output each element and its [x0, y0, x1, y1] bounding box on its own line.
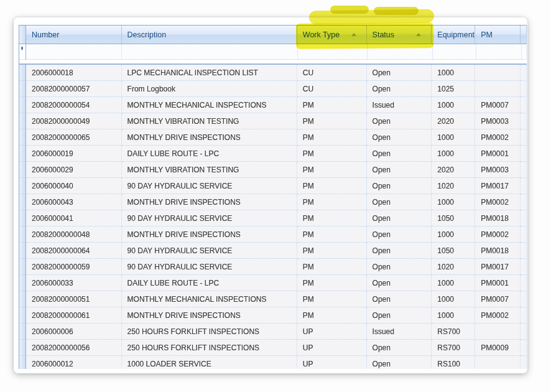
table-row[interactable]: 2006000043 MONTHLY DRIVE INSPECTIONS PM …	[19, 194, 527, 210]
table-row[interactable]: 2006000040 90 DAY HYDRAULIC SERVICE PM O…	[19, 178, 527, 194]
cell-work-type[interactable]: PM	[297, 113, 367, 129]
row-indicator[interactable]	[19, 162, 26, 178]
cell-work-type[interactable]: PM	[297, 210, 367, 226]
cell-status[interactable]: Open	[367, 356, 432, 369]
cell-description[interactable]: 90 DAY HYDRAULIC SERVICE	[122, 178, 297, 194]
row-indicator[interactable]	[19, 243, 26, 259]
cell-clipped[interactable]	[521, 243, 527, 259]
cell-work-type[interactable]: UP	[297, 356, 367, 369]
cell-clipped[interactable]	[521, 81, 527, 97]
column-header-work-type[interactable]: Work Type	[297, 26, 367, 44]
cell-pm[interactable]: PM0001	[475, 146, 521, 162]
cell-pm[interactable]: PM0003	[475, 162, 521, 178]
cell-description[interactable]: 1000 LOADER SERVICE	[122, 356, 297, 369]
cell-clipped[interactable]	[521, 129, 527, 146]
cell-equipment[interactable]: 1050	[432, 243, 475, 259]
row-indicator[interactable]	[19, 356, 26, 369]
cell-number[interactable]: 20082000000049	[26, 113, 122, 129]
cell-description[interactable]: From Logbook	[122, 81, 297, 97]
cell-number[interactable]: 20082000000064	[26, 243, 122, 259]
cell-status[interactable]: Open	[367, 210, 432, 226]
cell-status[interactable]: Open	[367, 340, 432, 356]
cell-work-type[interactable]: PM	[297, 307, 367, 324]
cell-description[interactable]: 250 HOURS FORKLIFT INSPECTIONS	[122, 324, 297, 340]
cell-number[interactable]: 20082000000054	[26, 97, 122, 113]
table-row[interactable]: 2006000018 LPC MECHANICAL INSPECTION LIS…	[19, 65, 527, 81]
cell-equipment[interactable]: RS700	[432, 340, 475, 356]
cell-status[interactable]: Open	[367, 178, 432, 194]
cell-clipped[interactable]	[521, 356, 527, 369]
cell-work-type[interactable]: CU	[297, 65, 367, 81]
cell-number[interactable]: 20082000000056	[26, 340, 122, 356]
column-header-clipped[interactable]: L	[521, 26, 527, 44]
filter-cell-clipped[interactable]	[522, 44, 527, 60]
table-row[interactable]: 20082000000056 250 HOURS FORKLIFT INSPEC…	[19, 340, 527, 356]
cell-work-type[interactable]: UP	[297, 340, 367, 356]
cell-clipped[interactable]	[521, 324, 527, 340]
table-row[interactable]: 20082000000057 From Logbook CU Open 1025	[19, 81, 527, 97]
row-indicator[interactable]	[19, 307, 26, 324]
table-row[interactable]: 2006000033 DAILY LUBE ROUTE - LPC PM Ope…	[19, 275, 527, 291]
cell-equipment[interactable]: 1000	[432, 194, 475, 210]
cell-equipment[interactable]: 1000	[432, 129, 475, 146]
cell-pm[interactable]: PM0002	[475, 194, 521, 210]
cell-clipped[interactable]	[521, 194, 527, 210]
cell-number[interactable]: 20082000000057	[26, 81, 122, 97]
cell-status[interactable]: Issued	[367, 97, 432, 113]
cell-equipment[interactable]: 1000	[432, 307, 475, 324]
cell-work-type[interactable]: UP	[297, 324, 367, 340]
cell-work-type[interactable]: PM	[297, 243, 367, 259]
cell-description[interactable]: LPC MECHANICAL INSPECTION LIST	[122, 65, 297, 81]
cell-status[interactable]: Open	[367, 275, 432, 291]
cell-number[interactable]: 2006000012	[26, 356, 122, 369]
filter-cell-description[interactable]	[122, 44, 298, 60]
cell-clipped[interactable]	[521, 146, 527, 162]
cell-status[interactable]: Open	[367, 146, 432, 162]
cell-clipped[interactable]	[521, 226, 527, 243]
cell-clipped[interactable]	[521, 65, 527, 81]
cell-status[interactable]: Open	[367, 162, 432, 178]
cell-pm[interactable]	[475, 324, 521, 340]
cell-equipment[interactable]: 1000	[432, 226, 475, 243]
cell-description[interactable]: MONTHLY DRIVE INSPECTIONS	[122, 194, 297, 210]
table-row[interactable]: 20082000000048 MONTHLY DRIVE INSPECTIONS…	[19, 226, 527, 243]
cell-pm[interactable]: PM0003	[475, 113, 521, 129]
table-row[interactable]: 2006000006 250 HOURS FORKLIFT INSPECTION…	[19, 324, 527, 340]
cell-equipment[interactable]: 1000	[432, 97, 475, 113]
table-row[interactable]: 20082000000065 MONTHLY DRIVE INSPECTIONS…	[19, 129, 527, 146]
cell-status[interactable]: Open	[367, 243, 432, 259]
cell-pm[interactable]: PM0018	[475, 243, 521, 259]
cell-pm[interactable]: PM0018	[475, 210, 521, 226]
cell-work-type[interactable]: PM	[297, 275, 367, 291]
row-indicator[interactable]	[19, 194, 26, 210]
table-row[interactable]: 20082000000059 90 DAY HYDRAULIC SERVICE …	[19, 259, 527, 275]
cell-work-type[interactable]: PM	[297, 129, 367, 146]
row-indicator[interactable]	[19, 259, 26, 275]
cell-work-type[interactable]: PM	[297, 97, 367, 113]
cell-equipment[interactable]: 2020	[432, 113, 475, 129]
cell-pm[interactable]: PM0007	[475, 291, 521, 307]
cell-description[interactable]: 250 HOURS FORKLIFT INSPECTIONS	[122, 340, 297, 356]
cell-pm[interactable]: PM0017	[475, 259, 521, 275]
cell-pm[interactable]: PM0001	[475, 275, 521, 291]
table-row[interactable]: 20082000000049 MONTHLY VIBRATION TESTING…	[19, 113, 527, 129]
cell-description[interactable]: MONTHLY DRIVE INSPECTIONS	[122, 307, 297, 324]
cell-pm[interactable]: PM0002	[475, 307, 521, 324]
cell-equipment[interactable]: 1050	[432, 210, 475, 226]
table-row[interactable]: 20082000000054 MONTHLY MECHANICAL INSPEC…	[19, 97, 527, 113]
row-indicator[interactable]	[19, 324, 26, 340]
cell-clipped[interactable]	[521, 259, 527, 275]
cell-status[interactable]: Open	[367, 65, 432, 81]
cell-equipment[interactable]: 1000	[432, 65, 475, 81]
cell-clipped[interactable]	[521, 291, 527, 307]
cell-status[interactable]: Open	[367, 226, 432, 243]
row-indicator[interactable]	[19, 129, 26, 146]
cell-work-type[interactable]: PM	[297, 291, 367, 307]
table-row[interactable]: 2006000041 90 DAY HYDRAULIC SERVICE PM O…	[19, 210, 527, 226]
row-indicator[interactable]	[19, 178, 26, 194]
cell-number[interactable]: 2006000041	[26, 210, 122, 226]
cell-number[interactable]: 2006000006	[26, 324, 122, 340]
cell-status[interactable]: Open	[367, 259, 432, 275]
cell-status[interactable]: Open	[367, 129, 432, 146]
cell-description[interactable]: 90 DAY HYDRAULIC SERVICE	[122, 243, 297, 259]
